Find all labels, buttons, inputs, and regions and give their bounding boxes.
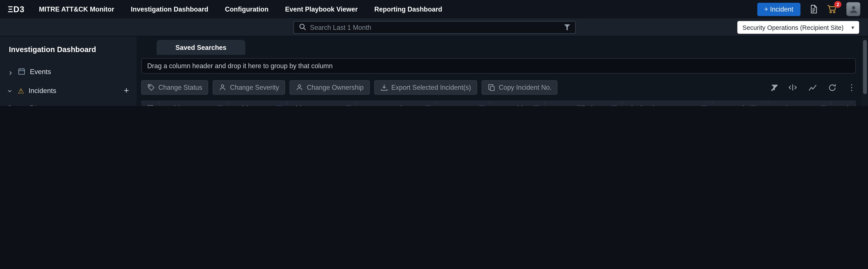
nav-event-playbook-viewer[interactable]: Event Playbook Viewer — [285, 5, 358, 13]
search-filter-icon[interactable] — [564, 24, 570, 31]
chevron-right-icon[interactable]: › — [8, 68, 13, 76]
cart-badge: 2 — [834, 1, 841, 8]
app-window: ΞD3 MITRE ATT&CK Monitor Investigation D… — [0, 0, 868, 106]
document-icon[interactable] — [809, 4, 818, 14]
warning-icon: ⚠ — [18, 87, 24, 95]
search-input[interactable] — [310, 24, 560, 31]
calendar-icon — [18, 67, 26, 77]
content: Investigation Dashboard › Events › ⚠ Inc… — [0, 37, 868, 106]
search-icon — [299, 23, 306, 32]
export-selected-button[interactable]: Export Selected Incident(s) — [374, 80, 477, 95]
sidebar-item-events[interactable]: › Events — [0, 63, 137, 81]
col-incident-type[interactable]: Incident Type — [228, 101, 287, 106]
change-ownership-button[interactable]: Change Ownership — [289, 80, 370, 95]
topbar: ΞD3 MITRE ATT&CK Monitor Investigation D… — [0, 0, 868, 18]
fit-columns-icon[interactable] — [788, 83, 797, 92]
filter-icon[interactable] — [820, 105, 827, 106]
chart-icon[interactable] — [808, 83, 817, 92]
page-title: Investigation Dashboard — [0, 42, 137, 63]
col-title[interactable]: Title — [287, 101, 356, 106]
topbar-actions: + Incident 2 — [757, 2, 860, 16]
change-severity-button[interactable]: Change Severity — [213, 80, 285, 95]
nav-reporting-dashboard[interactable]: Reporting Dashboard — [374, 5, 442, 13]
d3-logo: ΞD3 — [8, 4, 25, 14]
avatar[interactable] — [846, 2, 860, 16]
select-all-checkbox-cell — [141, 101, 160, 106]
cart-icon[interactable]: 2 — [827, 4, 837, 14]
filter-icon[interactable] — [750, 105, 756, 106]
filter-icon[interactable] — [425, 105, 431, 106]
filter-icon-active[interactable] — [276, 105, 282, 106]
nav-investigation-dashboard[interactable]: Investigation Dashboard — [131, 5, 208, 13]
sidebar-item-label: Events — [30, 68, 51, 76]
chevron-down-icon: ▾ — [851, 24, 854, 31]
new-incident-button[interactable]: + Incident — [757, 2, 801, 16]
sidebar-item-incidents[interactable]: › ⚠ Incidents + — [0, 81, 137, 100]
tab-bar: Saved Searches — [137, 40, 868, 55]
filter-icon[interactable] — [345, 105, 351, 106]
filter-icon[interactable] — [611, 105, 617, 106]
incidents-table: Incident No. Incident Type Title Date Cr… — [141, 101, 856, 106]
filter-icon[interactable] — [479, 105, 485, 106]
col-date-created[interactable]: Date Created — [356, 101, 436, 106]
tab-saved-searches[interactable]: Saved Searches — [157, 40, 245, 55]
site-selector-value: Security Operations (Recipient Site) — [743, 24, 844, 31]
site-selector[interactable]: Security Operations (Recipient Site) ▾ — [738, 21, 859, 34]
col-incident-no[interactable]: Incident No. — [160, 101, 228, 106]
col-date-modified[interactable]: Date Modified — [545, 101, 622, 106]
search-bar[interactable] — [293, 21, 576, 34]
refresh-icon[interactable] — [828, 83, 836, 92]
add-incident-view-button[interactable]: + — [124, 86, 129, 95]
nav-configuration[interactable]: Configuration — [225, 5, 269, 13]
group-by-dropzone[interactable]: Drag a column header and drop it here to… — [141, 58, 856, 74]
sidebar: Investigation Dashboard › Events › ⚠ Inc… — [0, 37, 137, 106]
grid-toolbar: Change Status Change Severity Change Own… — [141, 80, 856, 95]
col-tactic[interactable]: Tactic — [769, 101, 832, 106]
filter-icon[interactable] — [701, 105, 707, 106]
col-playbook[interactable]: Playbook — [622, 101, 712, 106]
sidebar-item-label: Incidents — [29, 87, 56, 95]
col-created-by[interactable]: Created by — [490, 101, 545, 106]
change-status-button[interactable]: Change Status — [141, 80, 208, 95]
col-status[interactable]: Status — [436, 101, 490, 106]
nav-mitre-attack-monitor[interactable]: MITRE ATT&CK Monitor — [39, 5, 114, 13]
more-vertical-icon[interactable]: ⋮ — [847, 82, 856, 93]
clear-filters-icon[interactable] — [771, 84, 777, 90]
col-severity[interactable]: Severity — [712, 101, 769, 106]
grid-toolbar-icons: ⋮ — [771, 82, 856, 93]
copy-incident-no-button[interactable]: Copy Incident No. — [482, 80, 558, 95]
col-technique[interactable]: Technique — [831, 101, 856, 106]
subbar: Security Operations (Recipient Site) ▾ — [0, 18, 868, 37]
filter-icon[interactable] — [533, 105, 540, 106]
main-nav: MITRE ATT&CK Monitor Investigation Dashb… — [39, 5, 442, 13]
table-header: Incident No. Incident Type Title Date Cr… — [141, 101, 856, 106]
filter-icon[interactable] — [217, 105, 223, 106]
select-all-checkbox[interactable] — [147, 105, 154, 106]
chevron-down-icon[interactable]: › — [6, 88, 14, 94]
system-triage-label: System Triage — [0, 100, 137, 106]
main-scrollbar-thumb[interactable] — [863, 40, 867, 94]
main-panel: Saved Searches Drag a column header and … — [137, 37, 868, 106]
